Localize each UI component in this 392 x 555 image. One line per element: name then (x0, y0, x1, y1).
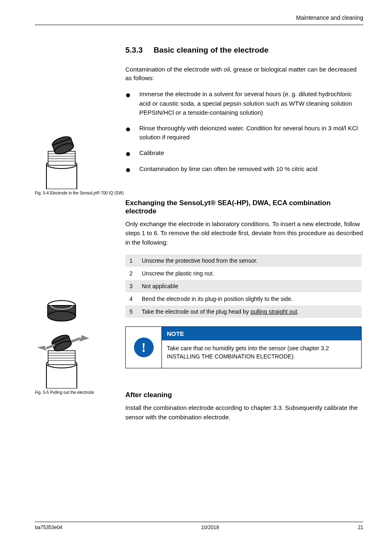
electrode-illustration (35, 127, 88, 189)
after-heading: After cleaning (125, 391, 363, 399)
step-text: Bend the electrode in its plug-in positi… (138, 293, 362, 305)
bullet-text: Rinse thoroughly with deionized water. C… (139, 124, 363, 142)
subsection-heading: Exchanging the SensoLyt® SEA(-HP), DWA, … (125, 199, 363, 215)
note-header: NOTE (162, 327, 361, 340)
note-icon-cell: ! (126, 327, 162, 368)
subsection-body: Only exchange the electrode in laborator… (125, 220, 363, 247)
bullet-text: Calibrate (139, 148, 363, 158)
list-item: ● Contamination by lime can often be rem… (125, 164, 363, 174)
figure-1: Fig. 5-4 Electrode in the SensoLyt® 700 … (35, 127, 124, 195)
figure-1-caption: Fig. 5-4 Electrode in the SensoLyt® 700 … (35, 191, 124, 195)
step-number: 1 (125, 254, 138, 267)
note-content: NOTE Take care that no humidity gets int… (162, 327, 361, 368)
section-number: 5.3.3 (125, 46, 143, 54)
figure-2-caption: Fig. 5-5 Pulling out the electrode (35, 390, 94, 395)
section-intro: Contamination of the electrode with oil,… (125, 65, 363, 82)
step-number: 3 (125, 280, 138, 293)
footer-left: ba75353e04 (35, 525, 62, 530)
step5-underlined: pulling straight out (251, 308, 297, 315)
section-title-text: Basic cleaning of the electrode (154, 46, 269, 54)
list-item: ● Immerse the electrode in a solvent for… (125, 90, 363, 118)
bullet-text: Immerse the electrode in a solvent for s… (139, 90, 363, 118)
note-box: ! NOTE Take care that no humidity gets i… (125, 326, 362, 368)
list-item: ● Calibrate (125, 148, 363, 158)
header-section-label: Maintenance and cleaning (296, 14, 363, 21)
svg-rect-16 (48, 351, 75, 365)
step-number: 2 (125, 267, 138, 280)
bullet-icon: ● (125, 164, 139, 174)
step-text: Take the electrode out of the plug head … (138, 305, 362, 318)
bullet-icon: ● (125, 90, 139, 118)
svg-marker-24 (37, 346, 46, 351)
step-number: 5 (125, 305, 138, 318)
footer: ba75353e04 10/2018 21 (35, 522, 363, 530)
figure-2: Fig. 5-5 Pulling out the electrode (35, 294, 94, 395)
list-item: ● Rinse thoroughly with deionized water.… (125, 124, 363, 142)
steps-table: 1 Unscrew the protective hood from the s… (125, 254, 362, 318)
footer-center: 10/2018 (201, 525, 219, 530)
step-text: Unscrew the plastic ring nut. (138, 267, 362, 280)
step-text: Not applicable (138, 280, 362, 293)
step5-prefix: Take the electrode out of the plug head … (142, 308, 251, 315)
table-row: 2 Unscrew the plastic ring nut. (125, 267, 362, 280)
table-row: 4 Bend the electrode in its plug-in posi… (125, 293, 362, 305)
note-body: Take care that no humidity gets into the… (162, 340, 361, 368)
svg-point-12 (48, 311, 76, 321)
step-number: 4 (125, 293, 138, 305)
bullet-list: ● Immerse the electrode in a solvent for… (125, 90, 363, 174)
bullet-text: Contamination by lime can often be remov… (139, 164, 363, 174)
bullet-icon: ● (125, 124, 139, 142)
table-row: 1 Unscrew the protective hood from the s… (125, 254, 362, 267)
bullet-icon: ● (125, 148, 139, 158)
footer-right: 21 (358, 525, 363, 530)
header-rule (35, 25, 363, 25)
table-row: 3 Not applicable (125, 280, 362, 293)
step-text: Unscrew the protective hood from the sen… (138, 254, 362, 267)
step5-suffix: . (297, 308, 299, 315)
info-icon: ! (134, 338, 154, 357)
section-heading: 5.3.3 Basic cleaning of the electrode (125, 46, 363, 55)
pull-electrode-illustration (35, 294, 92, 388)
after-body: Install the combination electrode accord… (125, 403, 363, 422)
table-row: 5 Take the electrode out of the plug hea… (125, 305, 362, 318)
svg-line-27 (71, 338, 80, 342)
svg-marker-26 (79, 335, 89, 342)
